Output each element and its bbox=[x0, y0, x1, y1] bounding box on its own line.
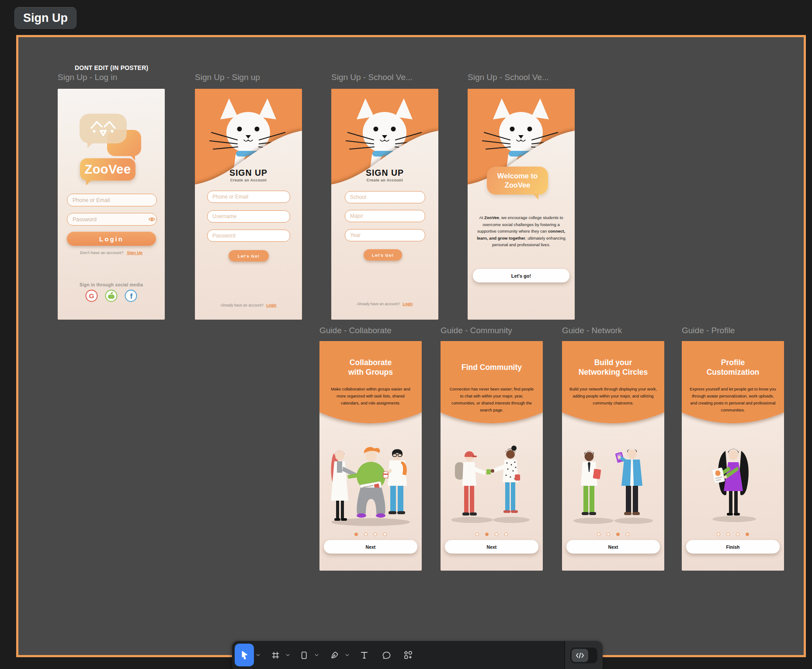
pen-tool-button[interactable] bbox=[326, 644, 343, 666]
school-subheading: Create an Account bbox=[331, 178, 438, 182]
svg-text:G: G bbox=[89, 292, 94, 300]
move-tool-chevron[interactable] bbox=[255, 652, 260, 658]
finish-button: Finish bbox=[686, 540, 780, 554]
next-button: Next bbox=[324, 540, 417, 554]
next-button-label: Next bbox=[487, 544, 497, 550]
next-button-label: Next bbox=[366, 544, 376, 550]
eye-icon bbox=[148, 216, 156, 222]
frame-welcome-screen[interactable]: Welcome to ZooVee At ZooVee, we encourag… bbox=[468, 89, 575, 320]
comment-tool-button[interactable] bbox=[378, 644, 395, 666]
person-green-shirt bbox=[347, 447, 394, 518]
frame-guide-profile[interactable]: Profile Customization Express yourself a… bbox=[682, 341, 784, 571]
username-field bbox=[207, 210, 290, 223]
network-illustration bbox=[562, 426, 664, 529]
pagination-dots bbox=[682, 533, 784, 536]
password-input bbox=[67, 213, 148, 225]
shape-tool-button[interactable] bbox=[295, 644, 312, 666]
lets-go-label: Let's Go! bbox=[372, 253, 394, 258]
pen-tool-chevron[interactable] bbox=[344, 652, 350, 658]
text-icon bbox=[359, 650, 369, 660]
shapes-actions-icon bbox=[403, 650, 413, 660]
move-tool-button[interactable] bbox=[235, 644, 254, 666]
social-heading: Sign in through social media bbox=[58, 282, 165, 287]
phone-email-field bbox=[207, 191, 290, 203]
figma-canvas[interactable]: Sign Up DONT EDIT (IN POSTER) Sign Up - … bbox=[0, 0, 812, 669]
frame-title-school[interactable]: Sign Up - School Ve... bbox=[331, 73, 413, 82]
next-button: Next bbox=[566, 540, 660, 554]
school-input bbox=[345, 192, 425, 203]
collaborate-illustration bbox=[319, 426, 422, 529]
person-polka-top bbox=[491, 446, 520, 513]
frame-guide-network[interactable]: Build your Networking Circles Build your… bbox=[562, 341, 664, 571]
chevron-down-icon bbox=[285, 653, 290, 657]
frame-guide-community[interactable]: Find Community Connection has never been… bbox=[441, 341, 543, 571]
frame-title-guide-profile[interactable]: Guide - Profile bbox=[682, 326, 735, 335]
community-illustration bbox=[441, 426, 543, 529]
pen-icon bbox=[330, 650, 340, 660]
year-field bbox=[345, 229, 425, 241]
profile-illustration bbox=[682, 426, 784, 529]
signup-heading: SIGN UP bbox=[195, 168, 302, 178]
next-button: Next bbox=[445, 540, 538, 554]
zoovee-logo-text: ZooVee bbox=[84, 162, 131, 177]
move-cursor-icon bbox=[239, 650, 250, 660]
guide-heading: Build your Networking Circles bbox=[562, 357, 664, 378]
frame-school-screen[interactable]: SIGN UP Create an Account Let's Go! Alre… bbox=[331, 89, 438, 320]
frame-tool-button[interactable] bbox=[267, 644, 284, 666]
dev-mode-knob bbox=[572, 649, 588, 662]
google-icon: G bbox=[85, 289, 98, 302]
actions-tool-button[interactable] bbox=[399, 644, 417, 666]
phone-email-input bbox=[208, 191, 290, 202]
login-button: Login bbox=[67, 232, 156, 246]
shape-tool-chevron[interactable] bbox=[314, 652, 319, 658]
lets-go-label: Let's go! bbox=[511, 273, 531, 279]
welcome-header-art bbox=[468, 89, 575, 320]
person-backpack bbox=[455, 451, 491, 516]
password-input bbox=[208, 230, 290, 241]
next-button-label: Next bbox=[608, 544, 618, 550]
section-label[interactable]: Sign Up bbox=[14, 7, 76, 29]
password-field bbox=[67, 213, 157, 226]
welcome-bubble: Welcome to ZooVee bbox=[487, 167, 548, 195]
zoovee-logo-badge: ZooVee bbox=[80, 158, 135, 181]
rectangle-icon bbox=[299, 650, 309, 660]
lets-go-button: Let's Go! bbox=[364, 249, 402, 261]
frame-title-guide-network[interactable]: Guide - Network bbox=[562, 326, 622, 335]
major-input bbox=[345, 210, 425, 222]
have-account-text: Already have an account? bbox=[357, 302, 400, 306]
apple-icon bbox=[105, 289, 118, 302]
frame-guide-collaborate[interactable]: Collaborate with Groups Make collaborati… bbox=[319, 341, 422, 571]
frame-tool-chevron[interactable] bbox=[285, 652, 290, 658]
guide-body: Build your network through displaying yo… bbox=[569, 386, 657, 407]
username-input bbox=[208, 211, 290, 222]
guide-body: Make collaboration within groups easier … bbox=[327, 386, 414, 407]
have-account-text: Already have an account? bbox=[221, 303, 264, 307]
frame-title-login[interactable]: Sign Up - Log in bbox=[58, 73, 117, 82]
school-header-art bbox=[331, 89, 438, 320]
person-purple-dress bbox=[712, 449, 749, 516]
guide-heading: Profile Customization bbox=[682, 357, 784, 378]
email-input bbox=[67, 194, 156, 206]
guide-heading: Collaborate with Groups bbox=[319, 357, 422, 378]
frame-login-screen[interactable]: ZooVee Login Don't have an account? Sign… bbox=[58, 89, 165, 320]
person-glasses bbox=[383, 449, 407, 514]
pagination-dots bbox=[562, 533, 664, 536]
dev-mode-toggle[interactable] bbox=[570, 648, 597, 663]
toolbar bbox=[232, 641, 602, 669]
school-heading: SIGN UP bbox=[331, 168, 438, 178]
frame-signup-screen[interactable]: SIGN UP Create an Account Let's Go! Alre… bbox=[195, 89, 302, 320]
text-tool-button[interactable] bbox=[355, 644, 373, 666]
major-field bbox=[345, 210, 425, 222]
frame-title-welcome[interactable]: Sign Up - School Ve... bbox=[468, 73, 549, 82]
frame-title-signup[interactable]: Sign Up - Sign up bbox=[195, 73, 260, 82]
have-account-row: Already have an account? Login bbox=[331, 302, 438, 306]
section-label-text: Sign Up bbox=[23, 11, 68, 24]
frame-title-guide-community[interactable]: Guide - Community bbox=[441, 326, 512, 335]
frame-title-guide-collaborate[interactable]: Guide - Collaborate bbox=[319, 326, 392, 335]
chevron-down-icon bbox=[345, 653, 350, 657]
person-tie bbox=[581, 451, 601, 515]
guide-body: Express yourself and let people get to k… bbox=[689, 386, 777, 414]
person-blue-jacket bbox=[615, 449, 642, 515]
welcome-bubble-text: Welcome to ZooVee bbox=[497, 171, 538, 190]
finish-button-label: Finish bbox=[726, 544, 740, 550]
